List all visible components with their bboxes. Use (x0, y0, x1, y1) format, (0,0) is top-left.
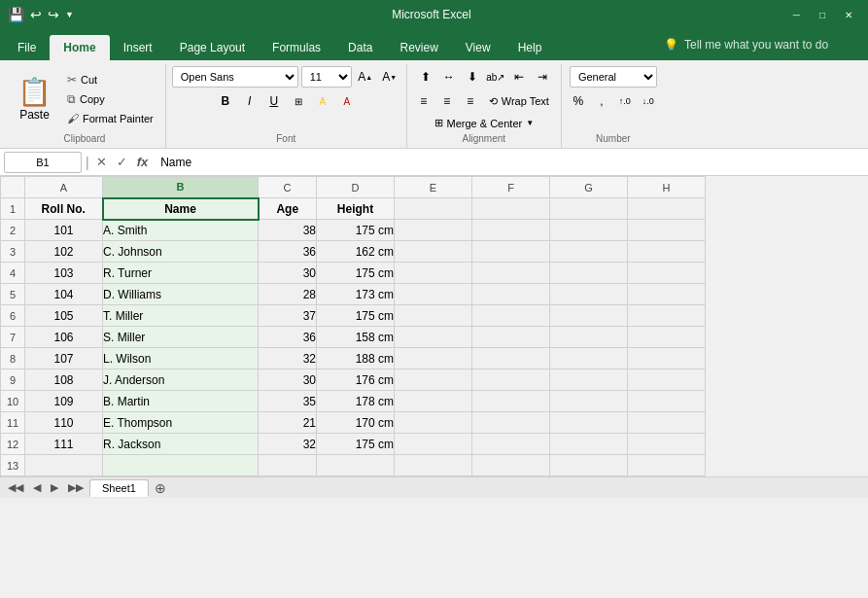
tab-formulas[interactable]: Formulas (259, 35, 334, 60)
cell-e2[interactable] (395, 220, 472, 241)
cell-f4[interactable] (472, 263, 550, 284)
minimize-btn[interactable]: ─ (785, 8, 808, 22)
cell-a8[interactable]: 107 (25, 348, 103, 369)
cell-g9[interactable] (550, 369, 628, 391)
cell-f1[interactable] (472, 198, 550, 220)
col-header-e[interactable]: E (395, 177, 472, 198)
align-middle-btn[interactable]: ↔ (438, 66, 460, 88)
cell-a9[interactable]: 108 (25, 369, 103, 391)
cell-g8[interactable] (550, 348, 628, 369)
cell-b10[interactable]: B. Martin (103, 391, 259, 412)
orientation-btn[interactable]: ab↗ (485, 66, 506, 88)
col-header-f[interactable]: F (472, 177, 550, 198)
indent-decrease-btn[interactable]: ⇤ (508, 66, 530, 88)
cell-a12[interactable]: 111 (25, 434, 103, 455)
tab-insert[interactable]: Insert (110, 35, 166, 60)
cell-c1[interactable]: Age (259, 198, 317, 220)
wrap-text-btn[interactable]: ⟲ Wrap Text (483, 93, 555, 110)
cell-h7[interactable] (628, 327, 706, 348)
increase-font-btn[interactable]: A▲ (355, 66, 376, 88)
fx-icon[interactable]: fx (134, 155, 152, 169)
paste-button[interactable]: 📋 Paste (10, 66, 59, 131)
cell-e5[interactable] (395, 284, 472, 305)
cell-f5[interactable] (472, 284, 550, 305)
row-header-12[interactable]: 12 (1, 434, 25, 455)
align-right-btn[interactable]: ≡ (460, 90, 481, 112)
tab-data[interactable]: Data (334, 35, 386, 60)
tab-help[interactable]: Help (504, 35, 556, 60)
cell-c9[interactable]: 30 (259, 369, 317, 391)
add-sheet-btn[interactable]: ⊕ (151, 480, 170, 496)
formula-input[interactable] (155, 152, 864, 173)
cell-f11[interactable] (472, 412, 550, 434)
cut-button[interactable]: ✂ Cut (61, 71, 159, 88)
cell-b2[interactable]: A. Smith (103, 220, 259, 241)
cell-d11[interactable]: 170 cm (317, 412, 395, 434)
cell-g6[interactable] (550, 305, 628, 327)
cell-g5[interactable] (550, 284, 628, 305)
maximize-btn[interactable]: □ (812, 8, 833, 22)
cell-g1[interactable] (550, 198, 628, 220)
row-header-10[interactable]: 10 (1, 391, 25, 412)
cell-d6[interactable]: 175 cm (317, 305, 395, 327)
col-header-c[interactable]: C (259, 177, 317, 198)
row-header-1[interactable]: 1 (1, 198, 25, 220)
fill-color-button[interactable]: A (312, 90, 333, 112)
cell-g10[interactable] (550, 391, 628, 412)
cell-c8[interactable]: 32 (259, 348, 317, 369)
cell-e11[interactable] (395, 412, 472, 434)
cell-d4[interactable]: 175 cm (317, 263, 395, 284)
cell-f10[interactable] (472, 391, 550, 412)
cell-d7[interactable]: 158 cm (317, 327, 395, 348)
font-color-button[interactable]: A (336, 90, 358, 112)
cell-a11[interactable]: 110 (25, 412, 103, 434)
cell-b6[interactable]: T. Miller (103, 305, 259, 327)
tab-file[interactable]: File (4, 35, 50, 60)
cell-h11[interactable] (628, 412, 706, 434)
cell-g7[interactable] (550, 327, 628, 348)
cell-h2[interactable] (628, 220, 706, 241)
sheet-nav-prev[interactable]: ◀ (29, 481, 45, 494)
col-header-d[interactable]: D (317, 177, 395, 198)
cell-d2[interactable]: 175 cm (317, 220, 395, 241)
align-center-btn[interactable]: ≡ (436, 90, 458, 112)
cell-c13[interactable] (259, 455, 317, 476)
row-header-5[interactable]: 5 (1, 284, 25, 305)
underline-button[interactable]: U (263, 90, 285, 112)
cell-b5[interactable]: D. Williams (103, 284, 259, 305)
row-header-6[interactable]: 6 (1, 305, 25, 327)
sheet-nav-last[interactable]: ▶▶ (64, 481, 87, 494)
cell-f13[interactable] (472, 455, 550, 476)
tab-page-layout[interactable]: Page Layout (166, 35, 259, 60)
cell-d1[interactable]: Height (317, 198, 395, 220)
number-format-select[interactable]: General Number Currency Short Date (570, 66, 657, 88)
cell-f7[interactable] (472, 327, 550, 348)
copy-button[interactable]: ⧉ Copy (61, 90, 159, 108)
cell-d9[interactable]: 176 cm (317, 369, 395, 391)
cell-b4[interactable]: R. Turner (103, 263, 259, 284)
row-header-9[interactable]: 9 (1, 369, 25, 391)
cell-c12[interactable]: 32 (259, 434, 317, 455)
border-button[interactable]: ⊞ (288, 90, 309, 112)
cell-f8[interactable] (472, 348, 550, 369)
cell-g2[interactable] (550, 220, 628, 241)
cell-c3[interactable]: 36 (259, 241, 317, 263)
italic-button[interactable]: I (239, 90, 260, 112)
cell-a4[interactable]: 103 (25, 263, 103, 284)
cell-h6[interactable] (628, 305, 706, 327)
cell-h10[interactable] (628, 391, 706, 412)
cell-a2[interactable]: 101 (25, 220, 103, 241)
cancel-formula-icon[interactable]: ✕ (93, 155, 110, 169)
cell-g11[interactable] (550, 412, 628, 434)
cell-c7[interactable]: 36 (259, 327, 317, 348)
cell-h5[interactable] (628, 284, 706, 305)
cell-a5[interactable]: 104 (25, 284, 103, 305)
cell-reference-input[interactable] (4, 152, 82, 173)
cell-f12[interactable] (472, 434, 550, 455)
cell-c11[interactable]: 21 (259, 412, 317, 434)
cell-c2[interactable]: 38 (259, 220, 317, 241)
cell-h12[interactable] (628, 434, 706, 455)
save-icon[interactable]: 💾 (8, 7, 24, 22)
cell-h13[interactable] (628, 455, 706, 476)
tab-view[interactable]: View (452, 35, 504, 60)
